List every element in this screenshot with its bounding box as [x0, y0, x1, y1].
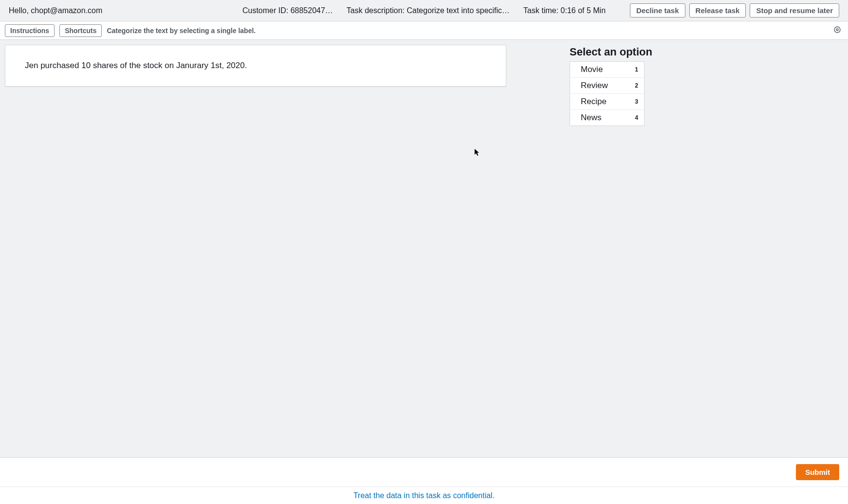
release-task-button[interactable]: Release task — [689, 3, 746, 18]
option-review[interactable]: Review 2 — [570, 78, 644, 94]
option-label: Review — [581, 81, 608, 90]
option-label: News — [581, 113, 602, 123]
option-news[interactable]: News 4 — [570, 110, 644, 126]
option-label: Recipe — [581, 97, 607, 107]
customer-id: Customer ID: 68852047… — [242, 6, 333, 15]
options-title: Select an option — [570, 46, 652, 58]
task-text: Jen purchased 10 shares of the stock on … — [25, 61, 247, 70]
decline-task-button[interactable]: Decline task — [630, 3, 685, 18]
option-shortcut: 4 — [635, 114, 638, 121]
option-label: Movie — [581, 65, 603, 74]
top-actions: Decline task Release task Stop and resum… — [630, 3, 839, 18]
main-area: Jen purchased 10 shares of the stock on … — [0, 40, 848, 457]
svg-point-0 — [834, 27, 840, 33]
option-shortcut: 1 — [635, 66, 638, 73]
top-bar: Hello, chopt@amazon.com Customer ID: 688… — [0, 0, 848, 21]
settings-icon[interactable] — [833, 26, 841, 36]
sub-bar: Instructions Shortcuts Categorize the te… — [0, 21, 848, 40]
option-shortcut: 2 — [635, 82, 638, 89]
options-panel: Select an option Movie 1 Review 2 Recipe… — [570, 45, 652, 452]
task-meta: Customer ID: 68852047… Task description:… — [242, 6, 606, 15]
option-movie[interactable]: Movie 1 — [570, 62, 644, 78]
task-description: Task description: Categorize text into s… — [347, 6, 510, 15]
option-shortcut: 3 — [635, 98, 638, 105]
hint-text: Categorize the text by selecting a singl… — [107, 27, 256, 35]
option-recipe[interactable]: Recipe 3 — [570, 94, 644, 110]
task-text-card: Jen purchased 10 shares of the stock on … — [5, 45, 506, 87]
submit-button[interactable]: Submit — [796, 464, 839, 480]
confidential-bar: Treat the data in this task as confident… — [0, 486, 848, 504]
footer-bar: Submit — [0, 457, 848, 486]
stop-resume-button[interactable]: Stop and resume later — [750, 3, 839, 18]
shortcuts-button[interactable]: Shortcuts — [59, 24, 102, 37]
instructions-button[interactable]: Instructions — [5, 24, 55, 37]
option-list: Movie 1 Review 2 Recipe 3 News 4 — [570, 61, 645, 126]
greeting-text: Hello, chopt@amazon.com — [9, 6, 102, 15]
confidential-link[interactable]: Treat the data in this task as confident… — [353, 491, 495, 500]
task-time: Task time: 0:16 of 5 Min — [523, 6, 606, 15]
svg-point-1 — [836, 29, 838, 31]
